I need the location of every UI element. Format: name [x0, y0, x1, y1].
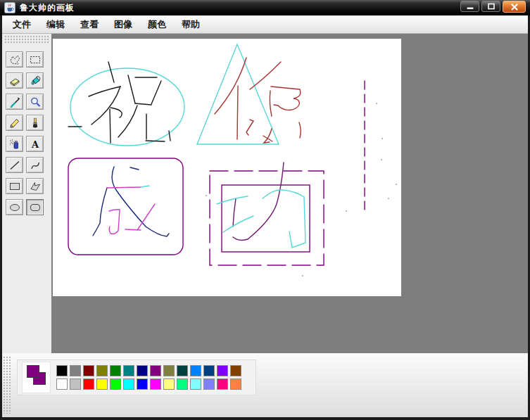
color-swatch-808040[interactable]	[163, 365, 175, 376]
color-swatch-c0c0c0[interactable]	[70, 378, 81, 390]
char-ni-stroke	[271, 87, 301, 110]
char-zhu-stroke	[110, 109, 111, 143]
color-swatch-008080[interactable]	[123, 365, 134, 376]
rect-select-icon	[28, 53, 42, 66]
speck	[302, 275, 303, 276]
tool-ellipse-button[interactable]	[6, 199, 23, 215]
tool-rect-select-button[interactable]	[26, 51, 44, 68]
char-cheng-stroke	[107, 187, 141, 188]
rect-frame	[222, 185, 310, 252]
curve-icon	[28, 159, 42, 172]
menu-bar: 文件编辑查看图像颜色帮助	[2, 15, 528, 34]
tool-eraser-button[interactable]	[6, 72, 23, 89]
color-swatch-ffff80[interactable]	[163, 378, 175, 390]
color-swatch-00ff80[interactable]	[177, 378, 188, 390]
char-gong-stroke	[223, 216, 253, 232]
color-swatch-000000[interactable]	[56, 365, 68, 376]
app-window: 鲁大帅的画板 文件编辑查看图像颜色帮助 A	[0, 0, 530, 420]
char-ni-stroke	[237, 86, 238, 139]
char-ni-stroke	[246, 120, 253, 135]
color-swatch-800080[interactable]	[150, 365, 161, 376]
menu-item-image[interactable]: 图像	[108, 17, 138, 32]
color-swatch-0000ff[interactable]	[137, 378, 148, 390]
char-cheng-stroke	[125, 229, 141, 230]
eraser-icon	[8, 75, 22, 87]
speck	[376, 103, 377, 104]
menu-item-help[interactable]: 帮助	[176, 17, 206, 32]
tool-free-select-button[interactable]	[6, 51, 23, 68]
tool-color-picker-button[interactable]	[6, 94, 23, 110]
ellipse-icon	[8, 201, 22, 214]
tool-polygon-button[interactable]	[26, 178, 44, 194]
tool-rounded-rect-button[interactable]	[26, 199, 44, 215]
char-zhu-stroke	[135, 103, 151, 105]
color-swatch-004040[interactable]	[177, 365, 188, 376]
tool-rectangle-button[interactable]	[6, 178, 23, 194]
tool-grid: A	[6, 51, 51, 215]
char-zhu-stroke	[108, 62, 114, 82]
char-ni-stroke	[299, 122, 301, 138]
color-toolbar-drag-handle[interactable]	[3, 356, 12, 414]
char-ni-stroke	[270, 91, 272, 116]
color-swatch-ff0000[interactable]	[83, 378, 94, 390]
color-swatch-0080ff[interactable]	[190, 365, 201, 376]
tool-pencil-button[interactable]	[6, 115, 23, 131]
speck	[206, 195, 207, 196]
menu-item-color[interactable]: 颜色	[142, 17, 172, 32]
char-ni-stroke	[250, 62, 281, 89]
speck	[381, 159, 382, 160]
tool-line-button[interactable]	[6, 157, 23, 173]
color-swatch-008000[interactable]	[110, 365, 121, 376]
tool-curve-button[interactable]	[26, 157, 44, 173]
tool-text-button[interactable]: A	[26, 136, 44, 152]
color-swatch-804000[interactable]	[230, 365, 241, 376]
rounded-frame	[68, 158, 183, 255]
airbrush-icon	[8, 138, 22, 151]
char-cheng-stroke	[141, 186, 149, 187]
rounded-rect-icon	[28, 201, 42, 214]
magnifier-icon	[28, 96, 42, 108]
maximize-button[interactable]	[481, 1, 500, 12]
toolbar-drag-handle[interactable]	[4, 35, 49, 44]
color-swatch-80ffff[interactable]	[190, 378, 201, 390]
speck	[381, 138, 383, 139]
color-swatch-8000ff[interactable]	[217, 365, 228, 376]
color-swatch-004080[interactable]	[203, 365, 215, 376]
color-swatch-ffffff[interactable]	[56, 378, 68, 390]
char-ni-stroke	[215, 58, 246, 114]
color-swatch-808000[interactable]	[96, 365, 108, 376]
char-gong-stroke	[233, 163, 284, 240]
speck	[346, 210, 347, 212]
color-swatch-8080ff[interactable]	[203, 378, 215, 390]
char-gong-stroke	[289, 197, 305, 248]
current-color-indicator	[22, 362, 51, 393]
menu-item-edit[interactable]: 编辑	[41, 17, 70, 32]
color-swatch-00ffff[interactable]	[123, 378, 134, 390]
color-swatch-000080[interactable]	[137, 365, 148, 376]
title-bar[interactable]: 鲁大帅的画板	[0, 0, 530, 15]
char-cheng-stroke	[137, 204, 155, 230]
char-zhu-stroke	[151, 81, 161, 104]
color-swatch-00ff00[interactable]	[110, 378, 121, 390]
tool-panel: A	[2, 34, 51, 353]
color-swatch-ff00ff[interactable]	[150, 378, 161, 390]
char-zhu-stroke	[92, 87, 120, 125]
menu-item-file[interactable]: 文件	[7, 17, 37, 32]
color-swatch-ff0080[interactable]	[217, 378, 228, 390]
tool-brush-button[interactable]	[26, 115, 44, 131]
tool-airbrush-button[interactable]	[6, 136, 23, 152]
svg-text:A: A	[30, 139, 39, 149]
color-swatch-808080[interactable]	[70, 365, 81, 376]
speck	[396, 184, 397, 185]
tool-fill-button[interactable]	[26, 72, 44, 89]
tool-magnifier-button[interactable]	[26, 94, 44, 110]
minimize-button[interactable]	[460, 1, 479, 12]
color-swatch-ff8040[interactable]	[230, 378, 241, 390]
color-swatch-800000[interactable]	[83, 365, 94, 376]
char-gong-stroke	[263, 190, 304, 198]
menu-item-view[interactable]: 查看	[75, 17, 104, 32]
color-swatch-ffff00[interactable]	[96, 378, 108, 390]
close-button[interactable]	[503, 1, 526, 13]
ellipse-frame	[70, 68, 184, 146]
drawing-canvas[interactable]	[53, 39, 401, 296]
